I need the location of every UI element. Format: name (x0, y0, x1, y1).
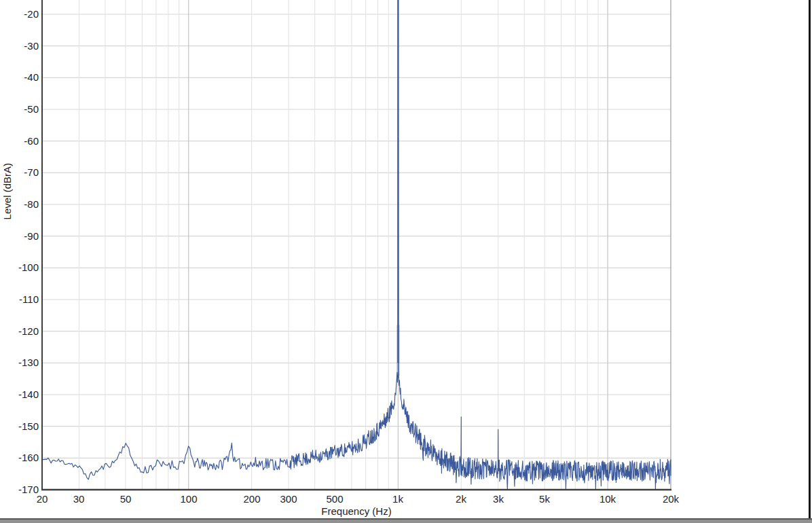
x-tick-label: 500 (314, 493, 355, 505)
x-tick-label: 5k (524, 493, 565, 505)
x-axis-title: Frequency (Hz) (289, 505, 424, 517)
y-tick-label: -130 (1, 357, 39, 369)
y-tick-label: -50 (1, 103, 39, 115)
y-tick-label: -60 (1, 135, 39, 147)
y-tick-label: -100 (1, 262, 39, 274)
x-tick-label: 50 (105, 493, 146, 505)
x-tick-label: 20 (22, 493, 62, 505)
y-tick-label: -110 (1, 293, 39, 306)
x-tick-label: 200 (232, 493, 272, 505)
x-tick-label: 300 (268, 493, 309, 505)
y-tick-label: -40 (1, 71, 39, 84)
app-window: -20-30-40-50-60-70-80-90-100-110-120-130… (0, 0, 812, 523)
x-tick-label: 30 (58, 493, 99, 505)
window-bottom-edge[interactable] (0, 518, 812, 523)
spectrum-trace (42, 0, 671, 490)
y-tick-label: -90 (1, 230, 39, 242)
x-tick-label: 20k (650, 493, 691, 505)
x-tick-label: 100 (168, 493, 209, 505)
y-axis-title: Level (dBrA) (1, 163, 13, 219)
x-tick-label: 2k (441, 493, 481, 505)
y-tick-label: -120 (1, 325, 39, 338)
window-right-edge (809, 0, 811, 523)
y-tick-label: -20 (1, 8, 39, 20)
y-tick-label: -160 (1, 452, 39, 464)
y-tick-label: -150 (1, 420, 39, 433)
x-tick-label: 10k (587, 493, 628, 505)
x-tick-label: 1k (377, 493, 418, 505)
y-tick-label: -30 (1, 40, 39, 52)
spectrum-chart[interactable] (0, 0, 812, 523)
y-tick-label: -140 (1, 389, 39, 401)
x-tick-label: 3k (478, 493, 519, 505)
